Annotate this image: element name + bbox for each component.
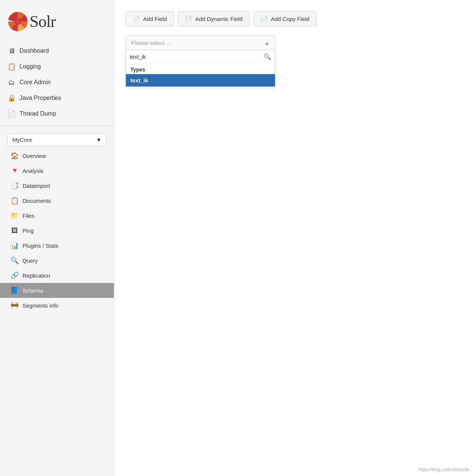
core-dropdown-label: MyCore: [12, 137, 32, 143]
sidebar-item-thread-dump[interactable]: 📄 Thread Dump: [0, 106, 114, 122]
select-placeholder: Please select ...: [131, 40, 171, 46]
core-nav-label: Segments info: [22, 302, 58, 309]
analysis-icon: 🔻: [10, 167, 19, 175]
core-nav-label: Plugins / Stats: [22, 242, 58, 249]
sidebar-item-java-properties[interactable]: 🔒 Java Properties: [0, 90, 114, 106]
core-nav-files[interactable]: 📁 Files: [0, 208, 114, 223]
core-nav-label: Analysis: [22, 168, 43, 174]
plugins-icon: 📊: [10, 241, 19, 250]
schema-icon: 📘: [10, 286, 19, 295]
core-nav-ping[interactable]: 🖼 Ping: [0, 223, 114, 238]
core-nav-label: Files: [22, 213, 34, 219]
add-dynamic-field-icon: 📄: [185, 15, 192, 22]
add-copy-field-label: Add Copy Field: [271, 16, 309, 22]
sidebar-item-dashboard[interactable]: 🖥 Dashboard: [0, 43, 114, 59]
sidebar-item-label: Core Admin: [19, 79, 51, 86]
core-nav-analysis[interactable]: 🔻 Analysis: [0, 163, 114, 178]
sidebar-item-logging[interactable]: 📋 Logging: [0, 59, 114, 74]
sidebar-item-label: Dashboard: [19, 48, 49, 54]
core-nav-label: Documents: [22, 198, 51, 204]
add-dynamic-field-button[interactable]: 📄 Add Dynamic Field: [178, 11, 249, 27]
add-field-label: Add Field: [143, 16, 167, 22]
java-properties-icon: 🔒: [7, 94, 16, 102]
core-nav-overview[interactable]: 🏠 Overview: [0, 148, 114, 163]
core-admin-icon: 🗂: [7, 78, 16, 86]
core-dropdown[interactable]: MyCore ▼: [7, 133, 106, 146]
logo-area: Solr: [0, 7, 114, 43]
select-container: Please select ... ▲ 🔍 Types text_ik: [125, 36, 275, 50]
search-row: 🔍: [126, 50, 275, 64]
sidebar-item-label: Logging: [19, 63, 41, 70]
solr-logo-text: Solr: [30, 12, 55, 31]
query-icon: 🔍: [10, 256, 19, 265]
dropdown-option-text-ik[interactable]: text_ik: [126, 74, 275, 86]
thread-dump-icon: 📄: [7, 110, 16, 118]
core-selector: MyCore ▼: [7, 133, 106, 146]
core-nav-label: Dataimport: [22, 183, 50, 189]
chevron-down-icon: ▼: [96, 137, 102, 143]
core-nav-label: Query: [22, 257, 38, 264]
add-copy-field-button[interactable]: 📄 Add Copy Field: [253, 11, 317, 27]
select-arrow-icon: ▲: [264, 40, 270, 46]
svg-point-1: [16, 19, 20, 24]
sidebar: Solr 🖥 Dashboard 📋 Logging 🗂 Core Admin …: [0, 0, 114, 476]
core-nav-replication[interactable]: 🔗 Replication: [0, 268, 114, 283]
top-nav: 🖥 Dashboard 📋 Logging 🗂 Core Admin 🔒 Jav…: [0, 43, 114, 122]
solr-logo: Solr: [7, 11, 55, 32]
toolbar: 📄 Add Field 📄 Add Dynamic Field 📄 Add Co…: [125, 11, 464, 27]
core-nav-segments-info[interactable]: 🚧 Segments info: [0, 298, 114, 313]
search-icon: 🔍: [264, 54, 271, 60]
add-copy-field-icon: 📄: [260, 15, 268, 22]
core-nav-label: Schema: [22, 287, 43, 294]
documents-icon: 📋: [10, 196, 19, 205]
ping-icon: 🖼: [10, 226, 19, 235]
add-field-button[interactable]: 📄 Add Field: [125, 11, 174, 27]
core-nav-label: Ping: [22, 228, 34, 234]
core-nav-documents[interactable]: 📋 Documents: [0, 193, 114, 208]
dropdown-panel: 🔍 Types text_ik: [125, 50, 275, 87]
files-icon: 📁: [10, 211, 19, 220]
logging-icon: 📋: [7, 62, 16, 71]
core-nav-dataimport[interactable]: 📑 Dataimport: [0, 178, 114, 193]
solr-sunburst-icon: [7, 11, 28, 32]
dashboard-icon: 🖥: [7, 47, 16, 55]
segments-icon: 🚧: [10, 301, 19, 309]
overview-icon: 🏠: [10, 152, 19, 160]
sidebar-item-label: Thread Dump: [19, 110, 56, 117]
select-trigger[interactable]: Please select ... ▲: [125, 36, 275, 50]
dropdown-group-label: Types: [126, 64, 275, 74]
type-search-input[interactable]: [130, 54, 261, 60]
sidebar-item-core-admin[interactable]: 🗂 Core Admin: [0, 74, 114, 90]
url-hint: https://blog.csdn.n/maxsk: [418, 467, 469, 472]
main-content: 📄 Add Field 📄 Add Dynamic Field 📄 Add Co…: [114, 0, 475, 476]
core-nav: 🏠 Overview 🔻 Analysis 📑 Dataimport 📋 Doc…: [0, 148, 114, 313]
replication-icon: 🔗: [10, 271, 19, 280]
search-button[interactable]: 🔍: [264, 53, 271, 60]
core-nav-label: Overview: [22, 153, 46, 159]
dataimport-icon: 📑: [10, 181, 19, 190]
sidebar-item-label: Java Properties: [19, 95, 61, 101]
core-nav-plugins-stats[interactable]: 📊 Plugins / Stats: [0, 238, 114, 253]
core-nav-query[interactable]: 🔍 Query: [0, 253, 114, 268]
add-field-icon: 📄: [133, 15, 140, 22]
core-nav-label: Replication: [22, 272, 50, 279]
nav-divider: [0, 125, 114, 126]
add-dynamic-field-label: Add Dynamic Field: [195, 16, 242, 22]
core-nav-schema[interactable]: 📘 Schema: [0, 283, 114, 298]
